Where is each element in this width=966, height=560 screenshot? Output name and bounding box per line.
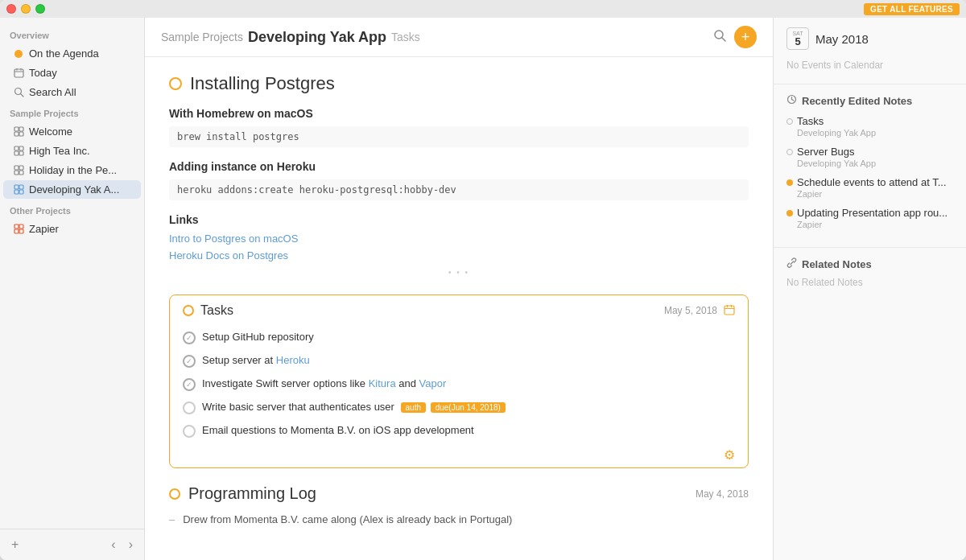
get-all-features-button[interactable]: GET ALL FEATURES — [864, 3, 960, 15]
prog-item-text: Drew from Momenta B.V. came along (Alex … — [183, 513, 512, 525]
prog-title: Programming Log — [188, 484, 316, 503]
svg-rect-17 — [19, 171, 23, 175]
sidebar-item-on-the-agenda[interactable]: On the Agenda — [3, 44, 141, 63]
maximize-button[interactable] — [35, 4, 45, 14]
recently-edited-label: Recently Edited Notes — [802, 95, 912, 107]
close-button[interactable] — [6, 4, 16, 14]
cal-month: May 2018 — [815, 32, 869, 46]
sidebar-item-label: On the Agenda — [29, 47, 99, 60]
recent-note-entry[interactable]: Tasks Developing Yak App — [786, 115, 953, 138]
gear-icon[interactable]: ⚙ — [724, 447, 735, 463]
overview-section-label: Overview — [0, 24, 144, 43]
note-entry-name: Server Bugs — [797, 146, 855, 158]
note-circle-icon — [169, 77, 182, 90]
svg-rect-20 — [14, 190, 19, 194]
note-entry-title: Schedule events to attend at T... — [786, 176, 953, 188]
task-item: Write basic server that authenticates us… — [170, 396, 748, 419]
task-circle-icon — [183, 305, 194, 316]
related-notes-title: Related Notes — [786, 257, 953, 270]
task-date: May 5, 2018 — [664, 305, 717, 316]
grid-icon — [13, 165, 24, 176]
recent-note-entry[interactable]: Server Bugs Developing Yak App — [786, 146, 953, 168]
kitura-link[interactable]: Kitura — [369, 377, 396, 389]
grid-icon — [13, 184, 24, 196]
main-layout: Overview On the Agenda — [0, 18, 966, 560]
svg-rect-9 — [19, 132, 23, 136]
installing-postgres-title: Installing Postgres — [169, 73, 749, 94]
task-card-meta: May 5, 2018 — [664, 304, 735, 318]
heroku-link[interactable]: Heroku — [276, 354, 310, 366]
task-text: Investigate Swift server options like Ki… — [202, 377, 446, 389]
titlebar: GET ALL FEATURES — [0, 0, 966, 18]
task-item: Email questions to Momenta B.V. on iOS a… — [170, 419, 748, 443]
task-card-footer: ⚙ — [170, 443, 748, 467]
svg-rect-25 — [19, 229, 23, 233]
vapor-link[interactable]: Vapor — [419, 377, 447, 389]
nav-back-button[interactable]: ‹ — [106, 536, 120, 554]
task-checkbox[interactable] — [183, 378, 196, 391]
sidebar-footer: + ‹ › — [0, 529, 144, 560]
recent-note-entry[interactable]: Updating Presentation app rou... Zapier — [786, 207, 953, 229]
heroku-docs-link[interactable]: Heroku Docs on Postgres — [169, 249, 288, 261]
prog-title-wrap: Programming Log — [169, 484, 316, 503]
task-text: Setup server at Heroku — [202, 354, 310, 366]
calendar-icon — [724, 304, 735, 318]
auth-tag: auth — [401, 402, 426, 413]
note-entry-sub: Developing Yak App — [797, 128, 953, 138]
search-button[interactable] — [713, 29, 726, 45]
add-button[interactable]: + — [734, 26, 757, 48]
svg-rect-0 — [14, 69, 23, 77]
note-entry-sub: Developing Yak App — [797, 159, 953, 168]
svg-rect-19 — [19, 185, 23, 189]
task-checkbox[interactable] — [183, 401, 196, 414]
installing-postgres-heading: Installing Postgres — [190, 73, 335, 94]
note-entry-sub: Zapier — [797, 189, 953, 199]
content-header: Sample Projects Developing Yak App Tasks… — [145, 18, 773, 57]
content-area: Sample Projects Developing Yak App Tasks… — [145, 18, 773, 560]
breadcrumb-note: Developing Yak App — [248, 29, 386, 46]
sidebar-item-search-all[interactable]: Search All — [3, 83, 141, 101]
sidebar-item-developing-yak[interactable]: Developing Yak A... — [3, 180, 141, 199]
sidebar-item-zapier[interactable]: Zapier — [3, 220, 141, 238]
recent-note-entry[interactable]: Schedule events to attend at T... Zapier — [786, 176, 953, 199]
sidebar-item-today[interactable]: Today — [3, 64, 141, 82]
recently-edited-section: Recently Edited Notes Tasks Developing Y… — [774, 84, 966, 248]
note-entry-title: Updating Presentation app rou... — [786, 207, 953, 219]
plus-icon: + — [741, 29, 750, 46]
sidebar-item-high-tea[interactable]: High Tea Inc. — [3, 142, 141, 160]
add-note-button[interactable]: + — [6, 536, 23, 554]
task-card-title: Tasks — [183, 303, 233, 318]
minimize-button[interactable] — [21, 4, 31, 14]
nav-forward-button[interactable]: › — [124, 536, 138, 554]
svg-rect-23 — [19, 224, 23, 229]
note-entry-name: Schedule events to attend at T... — [797, 176, 947, 188]
task-checkbox[interactable] — [183, 355, 196, 368]
sidebar-item-welcome[interactable]: Welcome — [3, 122, 141, 141]
no-events-label: No Events in Calendar — [786, 56, 953, 74]
due-tag: due(Jun 14, 2018) — [431, 402, 506, 413]
svg-rect-7 — [19, 127, 23, 131]
task-checkbox[interactable] — [183, 425, 196, 438]
note-entry-sub: Zapier — [797, 220, 953, 229]
sidebar-item-label: Zapier — [29, 223, 59, 235]
homebrew-heading: With Homebrew on macOS — [169, 107, 749, 120]
task-checkbox[interactable] — [183, 331, 196, 344]
app-window: GET ALL FEATURES Overview On the Agenda — [0, 0, 966, 560]
sidebar-item-label: Welcome — [29, 126, 72, 138]
breadcrumb-project: Sample Projects — [161, 31, 243, 43]
sidebar-item-label: Developing Yak A... — [29, 183, 119, 196]
drag-handle[interactable]: • • • — [169, 266, 749, 278]
traffic-lights — [6, 4, 45, 14]
link-icon — [786, 257, 797, 270]
svg-rect-6 — [14, 127, 19, 131]
svg-line-34 — [792, 100, 795, 101]
no-related-notes: No Related Notes — [786, 277, 953, 288]
breadcrumb: Sample Projects Developing Yak App Tasks — [161, 29, 420, 46]
calendar-icon — [13, 68, 24, 79]
dot-filled-icon — [786, 179, 793, 186]
links-heading: Links — [169, 213, 749, 226]
svg-line-27 — [722, 38, 725, 41]
intro-postgres-link[interactable]: Intro to Postgres on macOS — [169, 233, 298, 245]
sidebar-item-holiday[interactable]: Holiday in the Pe... — [3, 161, 141, 179]
svg-rect-21 — [19, 190, 23, 194]
